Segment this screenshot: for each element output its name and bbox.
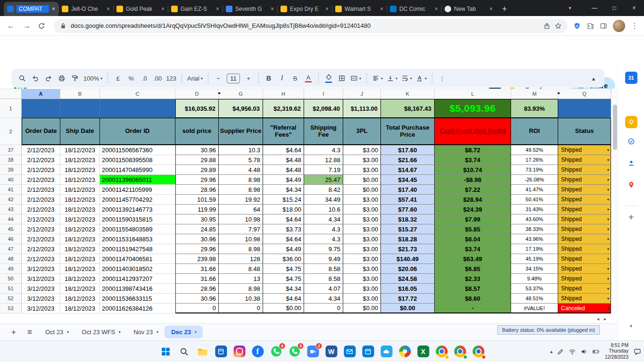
tab-close-icon[interactable]: × xyxy=(435,6,438,12)
browser-tab[interactable]: Walmart S× xyxy=(332,2,387,16)
cell-M42[interactable]: 50.41% xyxy=(511,195,558,205)
cell-M37[interactable]: 49.52% xyxy=(511,145,558,155)
cell-Q47[interactable]: Shipped▾ xyxy=(558,244,611,254)
cell-C43[interactable]: 200011392146773 xyxy=(100,205,175,214)
cell-A37[interactable]: 2/12/2023 xyxy=(22,145,60,155)
cell-G42[interactable]: 19.92 xyxy=(219,195,263,205)
row-header-39[interactable]: 39 xyxy=(0,165,22,175)
cell-H38[interactable]: $4.48 xyxy=(263,155,304,165)
cell-B44[interactable]: 18/12/2023 xyxy=(60,214,100,224)
cell-D50[interactable]: 31.66 xyxy=(175,274,219,284)
cell-K48[interactable]: $140.49 xyxy=(381,254,435,264)
cell-A2[interactable]: Order Date xyxy=(22,118,60,145)
cell-C52[interactable]: 200011536633115 xyxy=(100,294,175,304)
cell-J53[interactable]: $0.00 xyxy=(343,304,381,313)
cell-G50[interactable]: 13 xyxy=(219,274,263,284)
row-header-48[interactable]: 48 xyxy=(0,254,22,264)
row-header-44[interactable]: 44 xyxy=(0,214,22,224)
cell-G40[interactable]: 8.98 xyxy=(219,175,263,185)
cell-K51[interactable]: $16.05 xyxy=(381,284,435,294)
cell-K47[interactable]: $21.73 xyxy=(381,244,435,254)
cell-H48[interactable]: $36.00 xyxy=(263,254,304,264)
minimize-button[interactable]: — xyxy=(585,0,604,16)
cell-A50[interactable]: 3/12/2023 xyxy=(22,274,60,284)
tasks-icon[interactable] xyxy=(627,138,635,145)
row-header-2[interactable]: 2 xyxy=(0,118,22,145)
cell-I45[interactable]: 4.3 xyxy=(304,224,343,234)
status-dropdown-icon[interactable]: ▾ xyxy=(607,197,609,202)
cell-M52[interactable]: 48.51% xyxy=(511,294,558,304)
sheet-tab-nov-23[interactable]: Nov 23▾ xyxy=(127,326,165,338)
text-color-button[interactable]: A xyxy=(302,72,314,85)
cell-L39[interactable]: $10.74 xyxy=(435,165,511,175)
instagram-icon[interactable] xyxy=(232,345,247,359)
cell-B45[interactable]: 18/12/2023 xyxy=(60,224,100,234)
cell-I49[interactable]: 8.58 xyxy=(304,264,343,274)
cell-I46[interactable]: 4.3 xyxy=(304,234,343,244)
cell-G44[interactable]: 10.98 xyxy=(219,214,263,224)
onedrive-icon[interactable] xyxy=(380,345,394,359)
column-header-D[interactable]: D xyxy=(175,89,219,99)
cell-B1[interactable] xyxy=(60,99,100,118)
browser-tab[interactable]: COMPAT× xyxy=(4,2,58,16)
cell-Q37[interactable]: Shipped▾ xyxy=(558,145,611,155)
bold-button[interactable]: B xyxy=(263,72,275,85)
cell-H45[interactable]: $3.73 xyxy=(263,224,304,234)
column-header-G[interactable]: G xyxy=(219,89,263,99)
cell-B43[interactable]: 18/12/2023 xyxy=(60,205,100,214)
zoom-select[interactable]: 100%▾ xyxy=(82,72,104,85)
cell-H37[interactable]: $4.64 xyxy=(263,145,304,155)
status-dropdown-icon[interactable]: ▾ xyxy=(607,158,609,162)
cell-A41[interactable]: 2/12/2023 xyxy=(22,185,60,195)
row-header-47[interactable]: 47 xyxy=(0,244,22,254)
cell-C46[interactable]: 200011531648853 xyxy=(100,234,175,244)
scroll-right-icon[interactable]: ▸ xyxy=(604,316,606,321)
cell-L41[interactable]: $7.22 xyxy=(435,185,511,195)
cell-C39[interactable]: 200011470485990 xyxy=(100,165,175,175)
status-dropdown-icon[interactable]: ▾ xyxy=(607,148,609,152)
close-button[interactable]: × xyxy=(624,0,644,16)
cell-D46[interactable]: 30.96 xyxy=(175,234,219,244)
adblock-shield-icon[interactable] xyxy=(573,22,581,30)
merge-cells-button[interactable]: ▾ xyxy=(349,72,363,85)
row-header-43[interactable]: 43 xyxy=(0,205,22,214)
tab-close-icon[interactable]: × xyxy=(489,6,493,12)
cell-L52[interactable]: $8.60 xyxy=(435,294,511,304)
row-header-1[interactable]: 1 xyxy=(0,99,22,118)
sheet-tab-menu-icon[interactable]: ▾ xyxy=(156,330,158,334)
cell-B51[interactable]: 18/12/2023 xyxy=(60,284,100,294)
redo-button[interactable] xyxy=(42,72,55,85)
cell-C51[interactable]: 200011398743416 xyxy=(100,284,175,294)
cell-G52[interactable]: 10.38 xyxy=(219,294,263,304)
font-select[interactable]: Arial▾ xyxy=(186,72,204,85)
cell-H51[interactable]: $4.34 xyxy=(263,284,304,294)
status-dropdown-icon[interactable]: ▾ xyxy=(607,227,609,231)
cell-Q50[interactable]: Shipped▾ xyxy=(558,274,611,284)
cell-A53[interactable]: 3/12/2023 xyxy=(22,304,60,313)
cell-Q46[interactable]: Shipped▾ xyxy=(558,234,611,244)
cell-C41[interactable]: 200011421105999 xyxy=(100,185,175,195)
browser-tab[interactable]: DC Comic× xyxy=(387,2,441,16)
cell-D53[interactable]: 0 xyxy=(175,304,219,313)
cell-Q1[interactable] xyxy=(558,99,611,118)
cell-B48[interactable]: 18/12/2023 xyxy=(60,254,100,264)
cell-I1[interactable]: $2,098.40 xyxy=(304,99,343,118)
paint-format-button[interactable] xyxy=(69,72,81,85)
font-size-input[interactable]: 11 xyxy=(225,72,241,85)
cell-M39[interactable]: 73.19% xyxy=(511,165,558,175)
cell-G53[interactable]: 0 xyxy=(219,304,263,313)
cell-A44[interactable]: 2/12/2023 xyxy=(22,214,60,224)
sheet-tab-menu-icon[interactable]: ▾ xyxy=(118,330,120,334)
cell-B2[interactable]: Ship Date xyxy=(60,118,100,145)
cell-B40[interactable]: 18/12/2023 xyxy=(60,175,100,185)
cell-D41[interactable]: 28.96 xyxy=(175,185,219,195)
cell-L40[interactable]: -$8.98 xyxy=(435,175,511,185)
cell-C37[interactable]: 200011506567360 xyxy=(100,145,175,155)
status-dropdown-icon[interactable]: ▾ xyxy=(607,287,609,291)
cell-M51[interactable]: 53.37% xyxy=(511,284,558,294)
row-header-46[interactable]: 46 xyxy=(0,234,22,244)
cell-D44[interactable]: 30.95 xyxy=(175,214,219,224)
tab-close-icon[interactable]: × xyxy=(52,6,55,12)
cell-A1[interactable] xyxy=(22,99,60,118)
taskbar-clock[interactable]: 8:51 PM Thursday 12/28/2023 xyxy=(604,343,629,361)
